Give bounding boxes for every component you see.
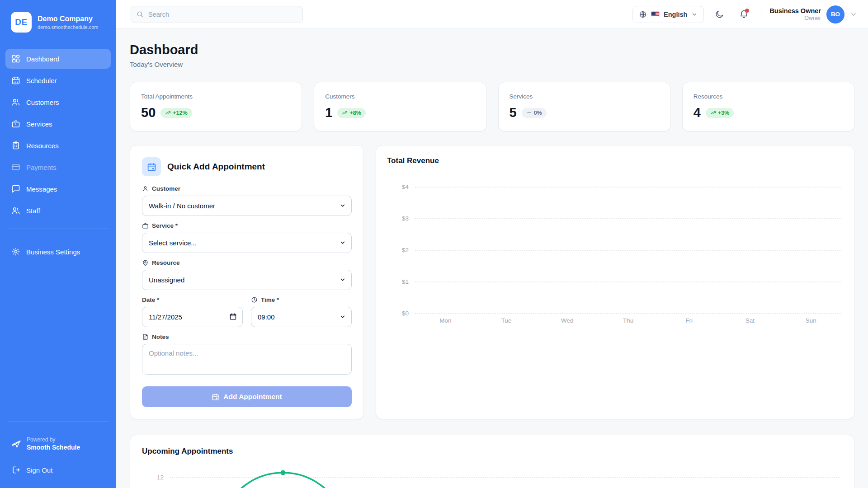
company-brand: DE Demo Company demo.smoothschedule.com [0,0,116,42]
clock-icon [251,296,258,303]
sidebar-item-services[interactable]: Services [5,114,111,134]
stat-label: Total Appointments [141,93,291,100]
stat-card-services: Services 5 0% [498,82,670,131]
sidebar-item-label: Scheduler [26,77,57,84]
gridline-row: $4 [387,183,841,190]
trend-up-icon [342,110,348,116]
field-label-text: Date * [142,296,159,303]
field-label-text: Resource [152,259,180,266]
stat-value-row: 4 +3% [693,105,843,120]
search [131,6,303,23]
x-tick-label: Mon [415,317,476,324]
moon-icon [715,9,724,19]
x-tick-label: Tue [476,317,537,324]
service-select[interactable]: Select service... [142,233,352,253]
gridline [415,282,841,282]
y-tick-label: $2 [387,247,409,253]
company-logo: DE [11,12,32,33]
field-label-text: Service * [152,222,178,229]
resource-select[interactable]: Unassigned [142,270,352,290]
stat-value-row: 5 0% [509,105,659,120]
quick-add-title: Quick Add Appointment [167,162,265,172]
time-select[interactable]: 09:00 [251,307,352,327]
y-tick-label: $1 [387,278,409,285]
clipboard-icon [11,141,20,150]
sidebar-item-label: Staff [26,207,40,215]
notes-textarea[interactable] [142,344,352,375]
topbar-divider [761,7,761,22]
powered-by-label: Powered by [27,436,80,443]
avatar: BO [826,5,844,23]
stat-value: 1 [325,105,332,120]
briefcase-icon [142,222,149,229]
stat-card-customers: Customers 1 +8% [314,82,486,131]
sidebar-item-scheduler[interactable]: Scheduler [5,70,111,90]
user-texts: Business Owner Owner [769,7,821,22]
sidebar-item-customers[interactable]: Customers [5,92,111,112]
stat-delta-badge: 0% [522,108,547,118]
stat-label: Services [509,93,659,100]
x-tick-label: Sun [780,317,841,324]
gridline-row: $0 [387,310,841,317]
chat-bubble-icon [11,184,20,193]
user-menu[interactable]: Business Owner Owner BO [769,5,857,23]
company-info: Demo Company demo.smoothschedule.com [38,14,99,30]
service-select-wrap: Select service... [142,233,352,253]
language-label: English [664,11,687,18]
date-input[interactable] [142,307,243,327]
data-point-marker [281,470,286,475]
sidebar-item-resources[interactable]: Resources [5,136,111,155]
stat-delta: +12% [173,110,187,116]
notifications-button[interactable] [735,5,753,23]
sidebar-item-payments[interactable]: Payments [5,157,111,177]
topbar-right: English Business Owner [632,5,857,23]
language-selector[interactable]: English [632,6,704,23]
sidebar-divider-bottom [7,422,109,422]
revenue-chart: $4 $3 $2 $1 [387,183,843,324]
chevron-down-icon [850,11,857,18]
customer-select-wrap: Walk-in / No customer [142,196,352,216]
notification-unread-dot [745,9,749,13]
sign-out-icon [11,465,20,474]
search-input[interactable] [131,6,303,23]
trend-up-icon [710,110,716,116]
page-subtitle: Today's Overview [130,61,854,68]
theme-toggle-button[interactable] [710,5,728,23]
date-field-label: Date * [142,296,243,303]
sidebar-item-dashboard[interactable]: Dashboard [5,49,111,69]
calendar-plus-icon [212,393,219,401]
sign-out-button[interactable]: Sign Out [5,460,111,480]
sidebar-item-messages[interactable]: Messages [5,179,111,199]
total-revenue-card: Total Revenue $4 $3 $2 $1 [376,145,854,419]
stats-row: Total Appointments 50 +12% Customers 1 +… [130,82,854,131]
stat-delta: +8% [349,110,361,116]
stat-label: Customers [325,93,475,100]
users-icon [11,98,20,107]
map-pin-icon [142,259,149,266]
add-appointment-button[interactable]: Add Appointment [142,386,352,407]
stat-value: 50 [141,105,156,120]
person-icon [142,185,149,192]
stat-value-row: 50 +12% [141,105,291,120]
company-domain: demo.smoothschedule.com [38,24,99,30]
time-field: Time * 09:00 [251,290,352,327]
sidebar-item-business-settings[interactable]: Business Settings [5,242,111,262]
gridline [415,187,841,188]
add-appointment-label: Add Appointment [223,393,282,401]
sign-out-label: Sign Out [26,466,52,474]
stat-label: Resources [693,93,843,100]
sidebar-settings-nav: Business Settings [0,242,116,263]
y-tick-label: $0 [387,310,409,317]
sidebar-item-label: Messages [26,185,57,193]
topbar: English Business Owner [116,0,868,29]
dashboard-grid-icon [11,54,20,63]
sidebar-item-staff[interactable]: Staff [5,201,111,221]
field-label-text: Customer [152,185,180,192]
customer-select[interactable]: Walk-in / No customer [142,196,352,216]
sidebar-item-label: Business Settings [26,248,80,256]
sidebar-spacer [0,263,116,415]
x-tick-label: Wed [537,317,598,324]
powered-by: Powered by Smooth Schedule [0,428,116,454]
field-label-text: Notes [152,333,169,340]
sidebar-item-label: Services [26,120,52,128]
